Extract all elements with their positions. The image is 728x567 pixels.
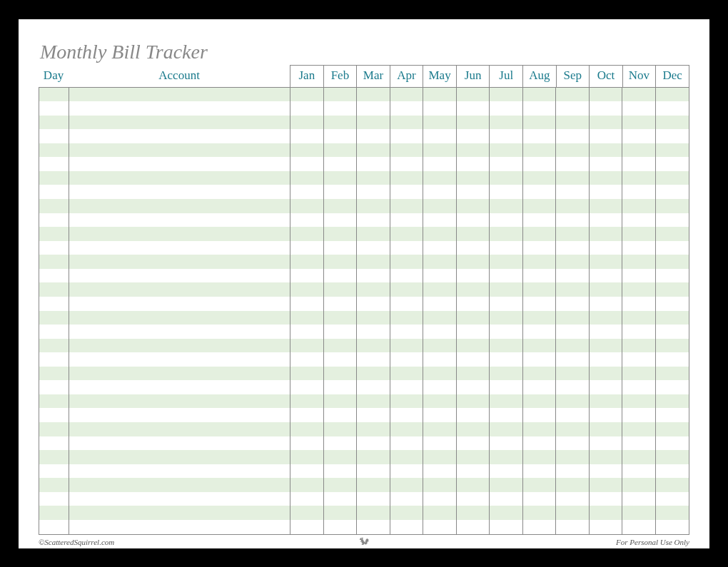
footer-usage: For Personal Use Only: [616, 538, 689, 546]
header-month-aug: Aug: [523, 65, 557, 87]
col-line-oct: [590, 88, 623, 534]
page: Monthly Bill Tracker Day Account Jan Feb…: [19, 19, 709, 548]
col-line-feb: [324, 88, 358, 534]
header-month-apr: Apr: [390, 65, 423, 87]
squirrel-icon: 🐿: [359, 536, 369, 548]
col-line-may: [423, 88, 457, 534]
col-line-aug: [523, 88, 557, 534]
col-line-jun: [457, 88, 490, 534]
footer-logo: 🐿: [359, 536, 369, 548]
col-line-day: [39, 88, 69, 534]
col-line-nov: [622, 88, 656, 534]
col-line-dec: [656, 88, 689, 534]
col-line-sep: [556, 88, 590, 534]
tracker-header-table: Day Account Jan Feb Mar Apr May Jun Jul …: [39, 65, 689, 87]
header-month-may: May: [423, 65, 457, 87]
header-month-jun: Jun: [456, 65, 490, 87]
header-account: Account: [69, 65, 290, 87]
col-line-apr: [390, 88, 424, 534]
header-month-sep: Sep: [556, 65, 590, 87]
header-row: Day Account Jan Feb Mar Apr May Jun Jul …: [39, 65, 689, 87]
col-line-jul: [490, 88, 523, 534]
header-day: Day: [39, 65, 69, 87]
page-title: Monthly Bill Tracker: [40, 41, 689, 63]
header-month-dec: Dec: [656, 65, 689, 87]
column-lines: [39, 88, 689, 534]
tracker-grid: [39, 87, 689, 535]
header-month-mar: Mar: [357, 65, 390, 87]
col-line-account: [69, 88, 290, 534]
header-month-oct: Oct: [590, 65, 623, 87]
footer: ©ScatteredSquirrel.com 🐿 For Personal Us…: [39, 538, 689, 546]
footer-copyright: ©ScatteredSquirrel.com: [39, 538, 114, 546]
col-line-jan: [290, 88, 324, 534]
header-month-feb: Feb: [323, 65, 357, 87]
header-month-jan: Jan: [290, 65, 324, 87]
header-month-jul: Jul: [490, 65, 523, 87]
col-line-mar: [357, 88, 390, 534]
header-month-nov: Nov: [622, 65, 656, 87]
